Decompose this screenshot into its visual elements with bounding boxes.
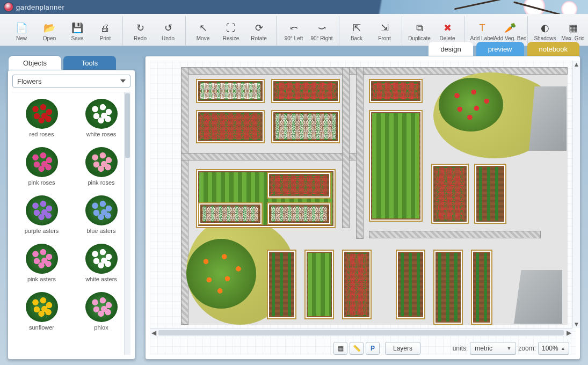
scrollbar-thumb[interactable] bbox=[158, 330, 564, 335]
object-label: blue asters bbox=[87, 228, 116, 234]
rot-right-button[interactable]: ⤻90° Right bbox=[309, 16, 335, 46]
garden-bed[interactable] bbox=[471, 250, 492, 325]
tree[interactable] bbox=[439, 78, 503, 132]
object-pink-roses-1[interactable]: pink roses bbox=[12, 144, 71, 190]
toolbar-group-insert: TAdd Label🥕Add Veg. Bed bbox=[465, 16, 528, 46]
ruler-toggle-button[interactable]: 📏 bbox=[350, 342, 364, 355]
garden-bed[interactable] bbox=[271, 79, 340, 103]
max-grid-button[interactable]: ▦Max. Grid bbox=[560, 16, 586, 46]
move-button[interactable]: ↖Move bbox=[190, 16, 216, 46]
open-icon: 📂 bbox=[43, 22, 55, 34]
wall[interactable] bbox=[181, 67, 568, 75]
garden-bed[interactable] bbox=[271, 110, 340, 143]
wall[interactable] bbox=[369, 231, 541, 238]
object-label: white asters bbox=[85, 276, 117, 282]
wall[interactable] bbox=[356, 67, 364, 239]
garden-bed[interactable] bbox=[196, 110, 265, 143]
chevron-down-icon: ▼ bbox=[506, 346, 511, 351]
wall[interactable] bbox=[181, 67, 188, 325]
scroll-down-icon[interactable]: ▼ bbox=[573, 320, 580, 328]
shadows-button[interactable]: ◐Shadows bbox=[532, 16, 558, 46]
garden-bed[interactable] bbox=[433, 250, 463, 325]
view-tab-preview[interactable]: preview bbox=[476, 42, 524, 56]
garden-bed[interactable] bbox=[198, 202, 263, 225]
statusbar: ▦ 📏 P Layers units: metric ▼ zoom: 100% bbox=[333, 341, 569, 356]
garden-bed[interactable] bbox=[396, 250, 425, 319]
wall[interactable] bbox=[342, 67, 350, 228]
object-white-roses[interactable]: white roses bbox=[72, 96, 130, 142]
garden-bed[interactable] bbox=[267, 250, 296, 319]
object-white-asters[interactable]: white asters bbox=[72, 240, 130, 287]
undo-button[interactable]: ↺Undo bbox=[155, 16, 181, 46]
add-label-label: Add Label bbox=[470, 35, 494, 41]
garden-bed[interactable] bbox=[267, 202, 331, 225]
add-veg-bed-button[interactable]: 🥕Add Veg. Bed bbox=[497, 16, 523, 46]
object-grid: red roseswhite rosespink rosespink roses… bbox=[12, 96, 130, 335]
add-label-button[interactable]: TAdd Label bbox=[469, 16, 495, 46]
back-button[interactable]: ⇱Back bbox=[344, 16, 369, 46]
garden-bed[interactable] bbox=[474, 164, 506, 224]
panel-tab-objects[interactable]: Objects bbox=[9, 56, 61, 70]
resize-icon: ⛶ bbox=[225, 22, 237, 34]
save-button[interactable]: 💾Save bbox=[64, 16, 90, 46]
flower-icon bbox=[85, 147, 118, 177]
canvas-vertical-scrollbar[interactable]: ▲ ▼ bbox=[572, 61, 580, 328]
delete-button[interactable]: ✖Delete bbox=[434, 16, 460, 46]
object-grid-scroll[interactable]: red roseswhite rosespink rosespink roses… bbox=[12, 92, 130, 355]
garden-bed[interactable] bbox=[431, 164, 469, 224]
app-title: gardenplanner bbox=[16, 3, 64, 11]
scroll-right-icon[interactable]: ▶ bbox=[565, 329, 572, 337]
object-pink-asters[interactable]: pink asters bbox=[12, 240, 71, 287]
print-label: Print bbox=[100, 35, 111, 41]
layers-button[interactable]: Layers bbox=[385, 342, 420, 355]
print-button[interactable]: 🖨Print bbox=[92, 16, 118, 46]
garden-bed[interactable] bbox=[304, 250, 334, 319]
garden-bed[interactable] bbox=[267, 172, 331, 199]
garden-plan[interactable] bbox=[181, 67, 568, 325]
duplicate-button[interactable]: ⧉Duplicate bbox=[406, 16, 432, 46]
scroll-left-icon[interactable]: ◀ bbox=[150, 329, 157, 337]
garden-bed[interactable] bbox=[342, 250, 372, 319]
object-red-roses[interactable]: red roses bbox=[12, 96, 71, 142]
wall[interactable] bbox=[181, 153, 364, 160]
scrollbar-thumb[interactable] bbox=[125, 93, 130, 158]
canvas-horizontal-scrollbar[interactable]: ◀ ▶ bbox=[150, 328, 572, 337]
rot-left-button[interactable]: ⤺90° Left bbox=[281, 16, 307, 46]
flower-icon bbox=[26, 292, 58, 322]
open-button[interactable]: 📂Open bbox=[37, 16, 62, 46]
garden-bed[interactable] bbox=[369, 79, 423, 103]
zoom-input[interactable]: 100% ▲ bbox=[538, 342, 569, 355]
object-blue-asters[interactable]: blue asters bbox=[72, 192, 130, 238]
plan-mode-button[interactable]: P bbox=[366, 342, 380, 355]
view-tab-notebook[interactable]: notebook bbox=[527, 42, 580, 56]
rotate-button[interactable]: ⟳Rotate bbox=[246, 16, 272, 46]
object-phlox[interactable]: phlox bbox=[72, 289, 130, 335]
app-logo-icon bbox=[4, 3, 13, 11]
shed[interactable] bbox=[514, 270, 562, 324]
shed[interactable] bbox=[529, 86, 567, 151]
units-select[interactable]: metric ▼ bbox=[470, 342, 516, 355]
category-select[interactable]: Flowers bbox=[12, 75, 130, 87]
garden-bed[interactable] bbox=[369, 110, 423, 222]
front-button[interactable]: ⇲Front bbox=[372, 16, 397, 46]
tree[interactable] bbox=[186, 239, 256, 309]
grid-toggle-button[interactable]: ▦ bbox=[333, 342, 347, 355]
object-purple-asters[interactable]: purple asters bbox=[12, 192, 71, 238]
resize-button[interactable]: ⛶Resize bbox=[218, 16, 244, 46]
duplicate-icon: ⧉ bbox=[413, 22, 425, 34]
panel-tab-tools[interactable]: Tools bbox=[63, 56, 116, 70]
canvas-viewport[interactable] bbox=[150, 61, 576, 355]
object-sunflower[interactable]: sunflower bbox=[12, 289, 71, 335]
redo-button[interactable]: ↻Redo bbox=[127, 16, 153, 46]
canvas-frame: ▲ ▼ ◀ ▶ ▦ 📏 P Layers units: bbox=[145, 56, 580, 360]
toolbar-group-rotate90: ⤺90° Left⤻90° Right bbox=[277, 16, 339, 46]
garden-bed[interactable] bbox=[196, 79, 265, 103]
shadows-label: Shadows bbox=[534, 35, 556, 41]
object-grid-scrollbar[interactable] bbox=[124, 92, 130, 355]
scroll-up-icon[interactable]: ▲ bbox=[573, 61, 580, 68]
view-tab-design[interactable]: design bbox=[429, 42, 473, 56]
object-pink-roses-2[interactable]: pink roses bbox=[72, 144, 130, 190]
flower-icon bbox=[26, 147, 58, 177]
new-button[interactable]: 📄New bbox=[9, 16, 34, 46]
flower-icon bbox=[85, 292, 118, 322]
